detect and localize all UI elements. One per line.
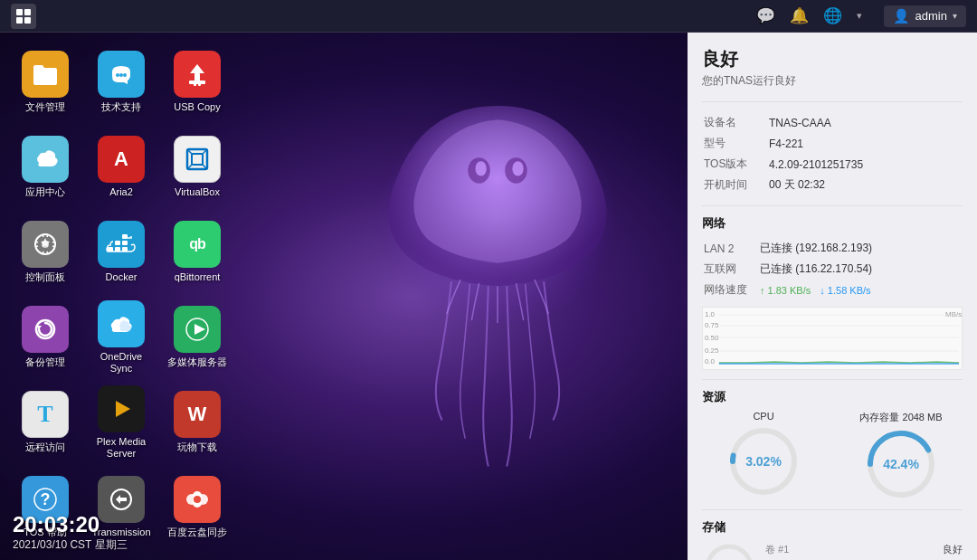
svg-text:0.0: 0.0 — [705, 357, 716, 365]
svg-text:MB/s: MB/s — [945, 310, 962, 318]
svg-rect-2 — [16, 17, 23, 24]
app-app-center[interactable]: 应用中心 — [9, 127, 81, 208]
cpu-circle: 3.02% — [727, 425, 800, 498]
media-server-label: 多媒体服务器 — [167, 356, 227, 368]
svg-marker-13 — [190, 64, 204, 73]
control-panel-label: 控制面板 — [25, 271, 65, 283]
app-control-panel[interactable]: 控制面板 — [9, 212, 81, 293]
cpu-resource: CPU 3.02% — [702, 411, 825, 498]
onedrive-label: OneDrive Sync — [89, 351, 154, 375]
app-virtualbox[interactable]: VirtualBox — [161, 127, 233, 208]
device-info-table: 设备名 TNAS-CAAA 型号 F4-221 TOS版本 4.2.09-210… — [702, 111, 963, 196]
svg-rect-14 — [189, 81, 205, 84]
app-logo[interactable] — [11, 4, 36, 29]
download-label: 玩物下载 — [177, 441, 217, 453]
cpu-percent: 3.02% — [745, 454, 782, 469]
model-label: 型号 — [704, 134, 767, 153]
svg-rect-15 — [194, 81, 196, 86]
app-download[interactable]: W 玩物下载 — [161, 382, 233, 463]
storage-info: 卷 #1 已用... 可用... — [765, 541, 873, 560]
bottom-bar: 20:03:20 2021/03/10 CST 星期三 — [0, 505, 688, 560]
device-name-label: 设备名 — [704, 113, 767, 132]
app-media-server[interactable]: 多媒体服务器 — [161, 297, 233, 378]
model-value: F4-221 — [769, 134, 961, 153]
user-dropdown-icon: ▾ — [953, 11, 957, 21]
app-remote-access[interactable]: T 远程访问 — [9, 382, 81, 463]
usb-copy-label: USB Copy — [174, 101, 220, 113]
app-center-label: 应用中心 — [25, 186, 65, 198]
svg-point-59 — [707, 546, 751, 560]
user-avatar-icon: 👤 — [893, 8, 910, 24]
app-backup-mgr[interactable]: 备份管理 — [9, 297, 81, 378]
svg-point-8 — [512, 161, 523, 176]
storage-status: 良好 — [943, 544, 963, 555]
backup-mgr-label: 备份管理 — [25, 356, 65, 368]
app-grid: 文件管理 技术支持 — [9, 42, 233, 548]
virtualbox-label: VirtualBox — [175, 186, 220, 198]
lan-value: 已连接 (192.168.2.193) — [760, 239, 961, 258]
app-plex[interactable]: Plex Media Server — [85, 382, 157, 463]
qbittorrent-label: qBittorrent — [175, 271, 221, 283]
right-panel: 良好 您的TNAS运行良好 设备名 TNAS-CAAA 型号 F4-221 TO… — [688, 33, 977, 560]
chat-icon[interactable]: 💬 — [756, 6, 775, 25]
app-tech-support[interactable]: 技术支持 — [85, 42, 157, 123]
bell-icon[interactable]: 🔔 — [790, 6, 809, 25]
svg-point-43 — [194, 496, 201, 503]
svg-rect-16 — [198, 81, 201, 86]
globe-dropdown-icon[interactable]: ▾ — [857, 10, 862, 22]
storage-circle: 1% — [702, 541, 756, 560]
topbar-icons: 💬 🔔 🌐 ▾ 👤 admin ▾ — [756, 5, 966, 27]
svg-point-10 — [119, 73, 123, 77]
app-qbittorrent[interactable]: qb qBittorrent — [161, 212, 233, 293]
speed-up: 1.83 KB/s — [768, 285, 811, 296]
svg-rect-18 — [192, 154, 203, 165]
svg-text:0.50: 0.50 — [705, 334, 719, 342]
tos-label: TOS版本 — [704, 155, 767, 174]
volume-label: 卷 #1 — [765, 544, 789, 555]
docker-label: Docker — [106, 271, 138, 283]
network-section-title: 网络 — [702, 215, 963, 232]
device-name-value: TNAS-CAAA — [769, 113, 961, 132]
svg-text:0.75: 0.75 — [705, 321, 719, 329]
desktop: 文件管理 技术支持 — [0, 33, 688, 560]
remote-access-label: 远程访问 — [25, 441, 65, 453]
app-docker[interactable]: Docker — [85, 212, 157, 293]
svg-rect-0 — [16, 9, 23, 15]
memory-circle: 42.4% — [865, 428, 937, 500]
user-menu[interactable]: 👤 admin ▾ — [884, 5, 966, 27]
lan-label: LAN 2 — [704, 239, 758, 258]
app-onedrive[interactable]: OneDrive Sync — [85, 297, 157, 378]
globe-icon[interactable]: 🌐 — [823, 6, 842, 25]
speed-down: 1.58 KB/s — [828, 285, 871, 296]
cpu-label: CPU — [753, 411, 773, 422]
svg-text:0.25: 0.25 — [705, 346, 719, 355]
uptime-label: 开机时间 — [704, 176, 767, 195]
svg-rect-1 — [24, 9, 31, 15]
uptime-value: 00 天 02:32 — [769, 176, 961, 195]
resource-section-title: 资源 — [702, 389, 963, 405]
app-aria2[interactable]: A Aria2 — [85, 127, 157, 208]
plex-label: Plex Media Server — [89, 436, 154, 460]
svg-marker-35 — [116, 401, 130, 417]
svg-rect-29 — [122, 241, 128, 245]
svg-rect-3 — [24, 17, 31, 24]
panel-status-subtitle: 您的TNAS运行良好 — [702, 73, 963, 89]
storage-status-info: 良好 11.37 GB — [882, 541, 963, 560]
memory-resource: 内存容量 2048 MB 42.4% — [839, 411, 963, 500]
clock-time: 20:03:20 — [13, 512, 675, 537]
topbar: 💬 🔔 🌐 ▾ 👤 admin ▾ — [0, 0, 977, 33]
panel-status-title: 良好 — [702, 47, 963, 71]
app-file-manager[interactable]: 文件管理 — [9, 42, 81, 123]
file-manager-label: 文件管理 — [25, 101, 65, 113]
svg-point-11 — [123, 73, 127, 77]
svg-rect-30 — [122, 234, 128, 239]
tos-value: 4.2.09-2101251735 — [769, 155, 961, 174]
username-label: admin — [915, 9, 947, 23]
memory-percent: 42.4% — [883, 457, 919, 471]
storage-disk: 1% — [702, 541, 756, 560]
tech-support-label: 技术支持 — [101, 101, 141, 113]
clock-date: 2021/03/10 CST 星期三 — [13, 537, 675, 553]
app-usb-copy[interactable]: USB Copy — [161, 42, 233, 123]
storage-row: 1% 卷 #1 已用... 可用... 良好 11.37 GB — [702, 541, 963, 560]
aria2-label: Aria2 — [109, 186, 133, 198]
